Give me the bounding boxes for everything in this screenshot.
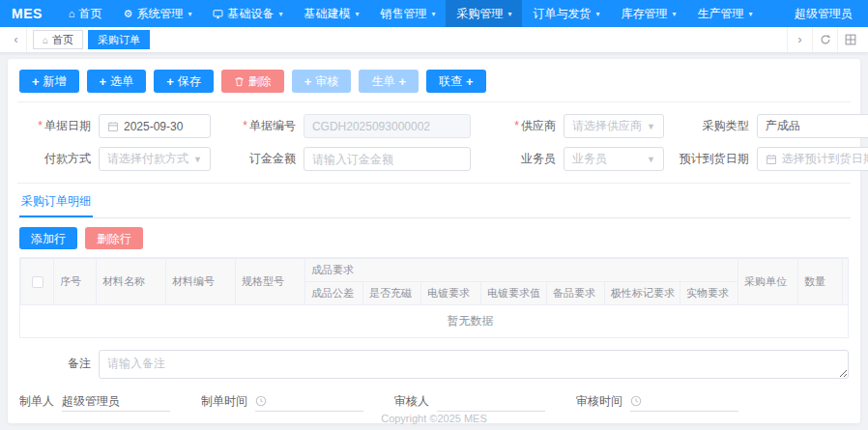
tab-purchase-order[interactable]: 采购订单 xyxy=(88,30,150,49)
toolbar: + 新增 + 选单 + 保存 删除 + 审核 生单 + 联查 + xyxy=(17,67,851,102)
clock-icon xyxy=(255,395,267,407)
user-menu[interactable]: 超级管理员 xyxy=(791,6,856,22)
col-material-no: 材料编号 xyxy=(166,259,236,305)
refresh-icon[interactable] xyxy=(812,27,837,52)
create-time-value xyxy=(255,391,363,412)
salesman-select[interactable]: 业务员 ▼ xyxy=(564,147,664,171)
linked-query-button[interactable]: 联查 + xyxy=(426,70,486,93)
col-physical-req: 实物要求 xyxy=(680,282,738,305)
save-button[interactable]: + 保存 xyxy=(154,70,214,93)
nav-item-inventory-mgmt[interactable]: 库存管理 ▾ xyxy=(610,0,686,27)
order-detail-section: 采购订单明细 添加行 删除行 序号 材料名称 xyxy=(17,183,851,338)
nav-item-system-mgmt[interactable]: ⚙ 系统管理 ▾ xyxy=(113,0,203,27)
plus-icon: + xyxy=(398,75,406,88)
add-button[interactable]: + 新增 xyxy=(19,70,79,93)
clock-icon xyxy=(630,395,642,407)
nav-item-basic-equipment[interactable]: 基础设备 ▾ xyxy=(202,0,293,27)
audit-time-field: 审核时间 xyxy=(576,391,738,412)
field-label: 备注 xyxy=(19,350,99,379)
field-label: 审核人 xyxy=(394,393,437,410)
deposit-amount-field: 订金金额 xyxy=(224,147,471,171)
nav-item-label: 基础建模 xyxy=(304,6,350,22)
doc-no-field: 单据编号 CGDH2025093000002 xyxy=(224,114,471,138)
plus-icon: + xyxy=(166,75,174,88)
field-label: 预计到货日期 xyxy=(678,151,757,167)
nav-item-purchase-mgmt[interactable]: 采购管理 ▾ xyxy=(446,0,522,27)
tab-order-detail[interactable]: 采购订单明细 xyxy=(19,189,93,217)
creator-value: 超级管理员 xyxy=(62,391,170,412)
remarks-textarea[interactable] xyxy=(99,350,849,379)
field-label: 供应商 xyxy=(484,118,564,134)
audit-button[interactable]: + 审核 xyxy=(292,70,352,93)
tabs-scroll-left-icon[interactable]: ‹ xyxy=(6,27,27,52)
doc-date-input[interactable]: 2025-09-30 xyxy=(99,114,211,138)
nav-item-basic-modeling[interactable]: 基础建模 ▾ xyxy=(293,0,369,27)
field-label: 单据日期 xyxy=(19,118,99,134)
nav-item-production-mgmt[interactable]: 生产管理 ▾ xyxy=(686,0,763,27)
salesman-field: 业务员 业务员 ▼ xyxy=(484,147,664,171)
doc-date-field: 单据日期 2025-09-30 xyxy=(19,114,211,138)
expected-arrival-date-input[interactable]: 选择预计到货日期 xyxy=(757,147,868,171)
app-logo[interactable]: MES xyxy=(12,6,43,21)
purchase-type-select[interactable]: 产成品 ▼ xyxy=(757,114,868,138)
col-plating-req: 电镀要求 xyxy=(421,282,481,305)
home-icon: ⌂ xyxy=(43,35,48,45)
generate-order-button[interactable]: 生单 + xyxy=(359,70,419,93)
select-order-button[interactable]: + 选单 xyxy=(87,70,147,93)
chevron-down-icon: ▼ xyxy=(193,155,202,164)
add-row-button[interactable]: 添加行 xyxy=(19,227,77,249)
purchase-order-panel: + 新增 + 选单 + 保存 删除 + 审核 生单 + 联查 + 单据 xyxy=(8,59,860,423)
chevron-down-icon: ▾ xyxy=(431,10,435,18)
chevron-down-icon: ▾ xyxy=(188,10,191,18)
tab-bar: ‹ ⌂ 首页 采购订单 › xyxy=(0,27,868,53)
chevron-down-icon: ▾ xyxy=(507,10,511,18)
deposit-amount-input[interactable] xyxy=(304,147,471,171)
col-polarity-mark-req: 极性标记要求 xyxy=(605,282,680,305)
chevron-down-icon: ▾ xyxy=(595,10,599,18)
auditor-value xyxy=(437,391,545,412)
doc-no-input: CGDH2025093000002 xyxy=(304,114,471,138)
auditor-field: 审核人 xyxy=(394,391,545,412)
chevron-down-icon: ▾ xyxy=(672,10,676,18)
chevron-down-icon: ▾ xyxy=(748,10,752,18)
tab-home[interactable]: ⌂ 首页 xyxy=(33,30,83,49)
calendar-icon xyxy=(766,154,777,165)
calendar-icon xyxy=(107,121,119,132)
field-label: 审核时间 xyxy=(576,393,630,410)
delete-button[interactable]: 删除 xyxy=(221,70,284,93)
nav-item-sales-mgmt[interactable]: 销售管理 ▾ xyxy=(369,0,446,27)
col-spec: 规格型号 xyxy=(236,259,305,305)
field-label: 制单时间 xyxy=(201,393,255,410)
select-all-checkbox[interactable] xyxy=(32,276,43,288)
gear-icon: ⚙ xyxy=(124,9,133,19)
field-label: 付款方式 xyxy=(19,151,99,167)
nav-item-label: 基础设备 xyxy=(227,6,274,22)
nav-item-label: 库存管理 xyxy=(621,6,667,22)
nav-item-label: 销售管理 xyxy=(380,6,426,22)
copyright-text: Copyright ©2025 MES xyxy=(0,413,868,424)
expected-arrival-date-field: 预计到货日期 选择预计到货日期 xyxy=(678,147,868,171)
col-group-finished-requirements: 成品要求 xyxy=(305,259,738,282)
monitor-icon xyxy=(213,9,223,19)
nav-item-label: 系统管理 xyxy=(136,6,183,22)
chevron-down-icon: ▾ xyxy=(278,10,282,18)
remarks-field: 备注 xyxy=(17,350,851,379)
plus-icon: + xyxy=(32,75,40,88)
delete-row-button[interactable]: 删除行 xyxy=(85,227,143,249)
col-material-name: 材料名称 xyxy=(97,259,166,305)
payment-method-select[interactable]: 请选择付款方式 ▼ xyxy=(99,147,211,171)
supplier-select[interactable]: 请选择供应商 ▼ xyxy=(564,114,664,138)
nav-item-home[interactable]: ⌂ 首页 xyxy=(58,0,113,27)
purchase-type-field: 采购类型 产成品 ▼ xyxy=(678,114,868,138)
nav-item-label: 订单与发货 xyxy=(533,6,591,22)
field-label: 单据编号 xyxy=(224,118,304,134)
tabs-scroll-right-icon[interactable]: › xyxy=(787,27,812,52)
col-quantity: 数量 xyxy=(798,259,843,305)
order-header-form: 单据日期 2025-09-30 单据编号 CGDH2025093000002 供… xyxy=(17,102,851,183)
layout-grid-icon[interactable] xyxy=(837,27,862,52)
chevron-down-icon: ▼ xyxy=(647,155,655,164)
nav-item-order-shipping[interactable]: 订单与发货 ▾ xyxy=(522,0,610,27)
detail-table: 序号 材料名称 材料编号 规格型号 成品要求 采购单位 数量 计量单位 成品公差… xyxy=(20,258,849,337)
select-all-header xyxy=(21,259,54,305)
detail-row-buttons: 添加行 删除行 xyxy=(17,227,851,257)
